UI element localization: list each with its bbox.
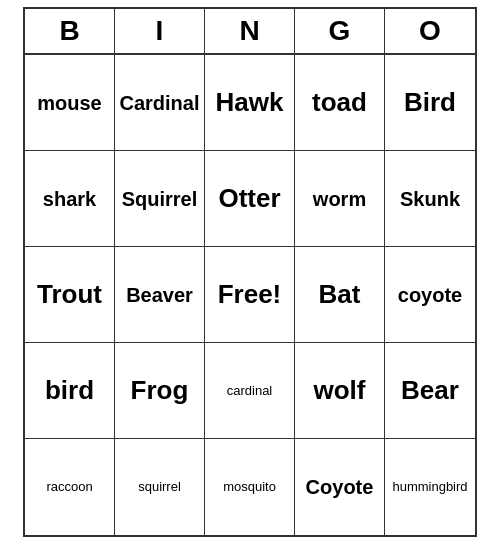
cell-text: Bear: [401, 375, 459, 406]
cell-text: Trout: [37, 279, 102, 310]
cell-text: Frog: [131, 375, 189, 406]
bingo-header: BINGO: [25, 9, 475, 55]
cell-r1-c4: Skunk: [385, 151, 475, 247]
cell-r0-c2: Hawk: [205, 55, 295, 151]
cell-text: coyote: [398, 283, 462, 307]
bingo-card: BINGO mouseCardinalHawktoadBirdsharkSqui…: [23, 7, 477, 537]
cell-text: worm: [313, 187, 366, 211]
header-letter: N: [205, 9, 295, 53]
cell-text: toad: [312, 87, 367, 118]
cell-r1-c0: shark: [25, 151, 115, 247]
cell-text: Skunk: [400, 187, 460, 211]
header-letter: B: [25, 9, 115, 53]
cell-r3-c2: cardinal: [205, 343, 295, 439]
cell-r4-c3: Coyote: [295, 439, 385, 535]
cell-text: mosquito: [223, 479, 276, 495]
cell-text: hummingbird: [392, 479, 467, 495]
cell-r2-c3: Bat: [295, 247, 385, 343]
cell-text: bird: [45, 375, 94, 406]
cell-text: raccoon: [46, 479, 92, 495]
cell-text: Bird: [404, 87, 456, 118]
header-letter: O: [385, 9, 475, 53]
cell-r3-c4: Bear: [385, 343, 475, 439]
cell-r4-c0: raccoon: [25, 439, 115, 535]
cell-text: Squirrel: [122, 187, 198, 211]
cell-r3-c3: wolf: [295, 343, 385, 439]
cell-r4-c4: hummingbird: [385, 439, 475, 535]
bingo-grid: mouseCardinalHawktoadBirdsharkSquirrelOt…: [25, 55, 475, 535]
header-letter: I: [115, 9, 205, 53]
cell-text: squirrel: [138, 479, 181, 495]
cell-r3-c1: Frog: [115, 343, 205, 439]
cell-text: Bat: [319, 279, 361, 310]
cell-r4-c1: squirrel: [115, 439, 205, 535]
cell-text: Cardinal: [119, 91, 199, 115]
cell-r0-c1: Cardinal: [115, 55, 205, 151]
cell-text: mouse: [37, 91, 101, 115]
cell-r2-c4: coyote: [385, 247, 475, 343]
cell-r4-c2: mosquito: [205, 439, 295, 535]
cell-text: Hawk: [216, 87, 284, 118]
header-letter: G: [295, 9, 385, 53]
cell-r0-c3: toad: [295, 55, 385, 151]
cell-r0-c4: Bird: [385, 55, 475, 151]
cell-text: cardinal: [227, 383, 273, 399]
cell-r1-c2: Otter: [205, 151, 295, 247]
cell-text: Otter: [218, 183, 280, 214]
cell-r2-c2: Free!: [205, 247, 295, 343]
cell-text: shark: [43, 187, 96, 211]
cell-r1-c1: Squirrel: [115, 151, 205, 247]
cell-r3-c0: bird: [25, 343, 115, 439]
cell-r1-c3: worm: [295, 151, 385, 247]
cell-r2-c1: Beaver: [115, 247, 205, 343]
cell-text: Beaver: [126, 283, 193, 307]
cell-text: wolf: [314, 375, 366, 406]
cell-text: Free!: [218, 279, 282, 310]
cell-r0-c0: mouse: [25, 55, 115, 151]
cell-r2-c0: Trout: [25, 247, 115, 343]
cell-text: Coyote: [306, 475, 374, 499]
